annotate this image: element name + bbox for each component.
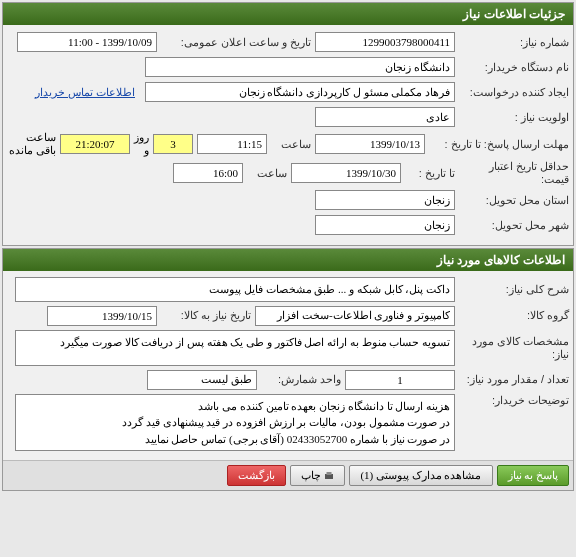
- panel1-header: جزئیات اطلاعات نیاز: [3, 3, 573, 25]
- field-buyerdesc[interactable]: هزینه ارسال تا دانشگاه زنجان بعهده تامین…: [15, 394, 455, 452]
- respond-label: پاسخ به نیاز: [508, 469, 559, 482]
- label-desc: شرح کلی نیاز:: [459, 283, 569, 296]
- field-qty[interactable]: [345, 370, 455, 390]
- row-spec: مشخصات کالای مورد نیاز: تسویه حساب منوط …: [7, 330, 569, 366]
- row-province: استان محل تحویل:: [7, 189, 569, 211]
- label-reqno: شماره نیاز:: [459, 36, 569, 49]
- label-day: روز و: [134, 131, 149, 157]
- field-buyer[interactable]: [145, 57, 455, 77]
- row-deadline: مهلت ارسال پاسخ: تا تاریخ : ساعت روز و س…: [7, 131, 569, 157]
- row-group: گروه کالا: تاریخ نیاز به کالا:: [7, 305, 569, 327]
- field-city[interactable]: [315, 215, 455, 235]
- row-city: شهر محل تحویل:: [7, 214, 569, 236]
- panel2-header: اطلاعات کالاهای مورد نیاز: [3, 249, 573, 271]
- label-hour1: ساعت: [271, 138, 311, 151]
- field-deadline-date[interactable]: [315, 134, 425, 154]
- button-row: پاسخ به نیاز مشاهده مدارک پیوستی (1) چاپ…: [3, 460, 573, 490]
- panel1-body: شماره نیاز: تاریخ و ساعت اعلان عمومی: نا…: [3, 25, 573, 245]
- label-province: استان محل تحویل:: [459, 194, 569, 207]
- row-desc: شرح کلی نیاز: داکت پنل، کابل شبکه و ... …: [7, 277, 569, 302]
- field-province[interactable]: [315, 190, 455, 210]
- label-spec: مشخصات کالای مورد نیاز:: [459, 335, 569, 361]
- field-deadline-time[interactable]: [197, 134, 267, 154]
- field-remain-time: [60, 134, 130, 154]
- back-label: بازگشت: [238, 469, 275, 482]
- field-spec[interactable]: تسویه حساب منوط به ارائه اصل فاکتور و طی…: [15, 330, 455, 366]
- field-needdate[interactable]: [47, 306, 157, 326]
- respond-button[interactable]: پاسخ به نیاز: [497, 465, 570, 486]
- back-button[interactable]: بازگشت: [227, 465, 286, 486]
- label-creator: ایجاد کننده درخواست:: [459, 86, 569, 99]
- row-priority: اولویت نیاز :: [7, 106, 569, 128]
- row-buyer: نام دستگاه خریدار:: [7, 56, 569, 78]
- label-group: گروه کالا:: [459, 309, 569, 322]
- print-label: چاپ: [301, 469, 321, 482]
- field-unit[interactable]: [147, 370, 257, 390]
- panel2-body: شرح کلی نیاز: داکت پنل، کابل شبکه و ... …: [3, 271, 573, 460]
- row-reqno: شماره نیاز: تاریخ و ساعت اعلان عمومی:: [7, 31, 569, 53]
- label-validuntil: حداقل تاریخ اعتبار قیمت:: [459, 160, 569, 186]
- field-priority[interactable]: [315, 107, 455, 127]
- print-button[interactable]: چاپ: [290, 465, 345, 486]
- field-desc[interactable]: داکت پنل، کابل شبکه و ... طبق مشخصات فای…: [15, 277, 455, 302]
- field-valid-date[interactable]: [291, 163, 401, 183]
- field-pubdate[interactable]: [17, 32, 157, 52]
- label-buyer: نام دستگاه خریدار:: [459, 61, 569, 74]
- row-buyerdesc: توضیحات خریدار: هزینه ارسال تا دانشگاه ز…: [7, 394, 569, 452]
- label-pubdate: تاریخ و ساعت اعلان عمومی:: [161, 36, 311, 49]
- label-unit: واحد شمارش:: [261, 373, 341, 386]
- row-creator: ایجاد کننده درخواست: اطلاعات تماس خریدار: [7, 81, 569, 103]
- attach-label: مشاهده مدارک پیوستی (1): [360, 469, 481, 482]
- label-needdate: تاریخ نیاز به کالا:: [161, 309, 251, 322]
- goods-panel: اطلاعات کالاهای مورد نیاز شرح کلی نیاز: …: [2, 248, 574, 491]
- row-validuntil: حداقل تاریخ اعتبار قیمت: تا تاریخ : ساعت: [7, 160, 569, 186]
- field-remain-days: [153, 134, 193, 154]
- label-qty: تعداد / مقدار مورد نیاز:: [459, 373, 569, 386]
- label-deadline: مهلت ارسال پاسخ: تا تاریخ :: [429, 138, 569, 151]
- label-buyerdesc: توضیحات خریدار:: [459, 394, 569, 407]
- svg-rect-1: [327, 472, 332, 475]
- label-hour2: ساعت: [247, 167, 287, 180]
- details-panel: جزئیات اطلاعات نیاز شماره نیاز: تاریخ و …: [2, 2, 574, 246]
- contact-link[interactable]: اطلاعات تماس خریدار: [35, 86, 135, 99]
- attachments-button[interactable]: مشاهده مدارک پیوستی (1): [349, 465, 492, 486]
- field-valid-time[interactable]: [173, 163, 243, 183]
- label-todate: تا تاریخ :: [405, 167, 455, 180]
- label-city: شهر محل تحویل:: [459, 219, 569, 232]
- field-creator[interactable]: [145, 82, 455, 102]
- label-remain: ساعت باقی مانده: [7, 131, 56, 157]
- label-priority: اولویت نیاز :: [459, 111, 569, 124]
- field-reqno[interactable]: [315, 32, 455, 52]
- field-group[interactable]: [255, 306, 455, 326]
- print-icon: [324, 471, 334, 481]
- row-qty: تعداد / مقدار مورد نیاز: واحد شمارش:: [7, 369, 569, 391]
